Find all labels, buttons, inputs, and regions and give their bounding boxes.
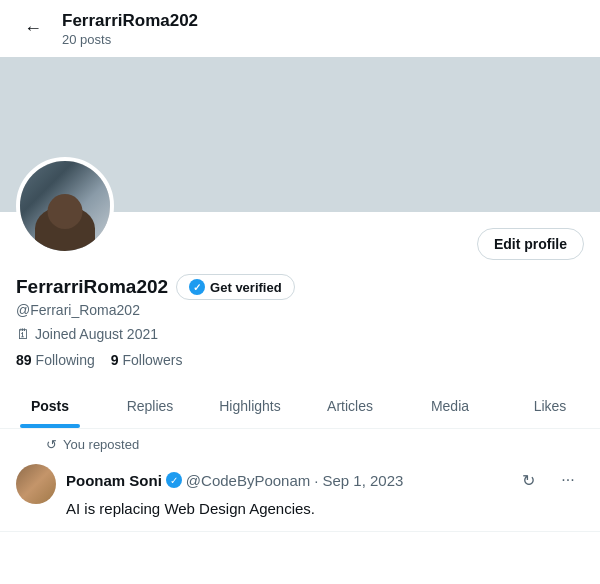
avatar-image <box>20 161 110 251</box>
tweet-avatar <box>16 464 56 504</box>
tab-posts[interactable]: Posts <box>0 384 100 428</box>
following-count: 89 <box>16 352 32 368</box>
feed: ↺ You reposted Poonam Soni ✓ @CodeByPoon… <box>0 429 600 532</box>
tab-replies[interactable]: Replies <box>100 384 200 428</box>
more-options-icon[interactable]: ··· <box>552 464 584 496</box>
edit-profile-button[interactable]: Edit profile <box>477 228 584 260</box>
following-stat[interactable]: 89 Following <box>16 352 95 368</box>
tab-articles[interactable]: Articles <box>300 384 400 428</box>
get-verified-button[interactable]: ✓ Get verified <box>176 274 295 300</box>
joined-row: 🗓 Joined August 2021 <box>16 326 584 342</box>
tweet-date: Sep 1, 2023 <box>322 472 403 489</box>
tweet-verified-icon: ✓ <box>166 472 182 488</box>
repost-icon: ↺ <box>46 437 57 452</box>
tweet-avatar-image <box>16 464 56 504</box>
repost-indicator: ↺ You reposted <box>0 429 600 454</box>
table-row: Poonam Soni ✓ @CodeByPoonam · Sep 1, 202… <box>0 454 600 532</box>
followers-stat[interactable]: 9 Followers <box>111 352 183 368</box>
following-label: Following <box>36 352 95 368</box>
tab-highlights[interactable]: Highlights <box>200 384 300 428</box>
tweet-actions: ↻ ··· <box>512 464 584 496</box>
tweet-separator: · <box>314 472 318 489</box>
tweet-text: AI is replacing Web Design Agencies. <box>66 498 584 519</box>
header-info: FerrarriRoma202 20 posts <box>62 10 198 47</box>
header-post-count: 20 posts <box>62 32 198 47</box>
avatar <box>16 157 114 255</box>
calendar-icon: 🗓 <box>16 326 30 342</box>
tweet-author: Poonam Soni <box>66 472 162 489</box>
get-verified-label: Get verified <box>210 280 282 295</box>
profile-tabs: Posts Replies Highlights Articles Media … <box>0 384 600 429</box>
follow-stats: 89 Following 9 Followers <box>16 352 584 368</box>
tweet-header: Poonam Soni ✓ @CodeByPoonam · Sep 1, 202… <box>66 464 584 496</box>
tweet-handle: @CodeByPoonam <box>186 472 310 489</box>
followers-label: Followers <box>123 352 183 368</box>
display-name: FerrarriRoma202 <box>16 276 168 298</box>
back-button[interactable]: ← <box>16 12 50 46</box>
profile-section: Edit profile FerrarriRoma202 ✓ Get verif… <box>0 212 600 368</box>
followers-count: 9 <box>111 352 119 368</box>
header-username: FerrarriRoma202 <box>62 10 198 32</box>
tab-media[interactable]: Media <box>400 384 500 428</box>
tab-likes[interactable]: Likes <box>500 384 600 428</box>
joined-date: Joined August 2021 <box>35 326 158 342</box>
verified-badge-icon: ✓ <box>189 279 205 295</box>
refresh-icon[interactable]: ↻ <box>512 464 544 496</box>
profile-handle: @Ferrari_Roma202 <box>16 302 584 318</box>
header: ← FerrarriRoma202 20 posts <box>0 0 600 57</box>
repost-label: You reposted <box>63 437 139 452</box>
tweet-content: Poonam Soni ✓ @CodeByPoonam · Sep 1, 202… <box>66 464 584 519</box>
display-name-row: FerrarriRoma202 ✓ Get verified <box>16 274 584 300</box>
